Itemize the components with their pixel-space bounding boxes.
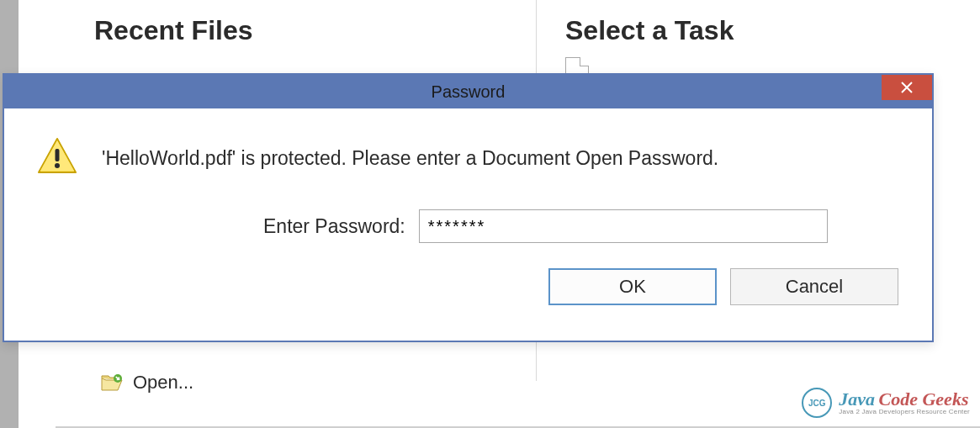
watermark-brand-secondary: Code Geeks xyxy=(879,388,969,410)
watermark: JCG Java Code Geeks Java 2 Java Develope… xyxy=(802,388,970,418)
password-input[interactable] xyxy=(419,209,828,243)
select-task-heading: Select a Task xyxy=(565,15,734,46)
watermark-badge-icon: JCG xyxy=(802,388,832,418)
dialog-title: Password xyxy=(432,82,506,102)
folder-open-icon xyxy=(101,373,123,392)
warning-icon xyxy=(36,137,78,179)
dialog-titlebar[interactable]: Password xyxy=(4,75,932,108)
password-dialog: Password 'HelloWorld.pdf' is protected. … xyxy=(3,73,934,342)
recent-files-heading: Recent Files xyxy=(94,15,253,46)
open-label: Open... xyxy=(133,372,193,394)
close-button[interactable] xyxy=(882,75,932,100)
cancel-button[interactable]: Cancel xyxy=(730,268,898,305)
dialog-message: 'HelloWorld.pdf' is protected. Please en… xyxy=(102,147,718,170)
watermark-brand-primary: Java xyxy=(839,388,875,410)
svg-point-2 xyxy=(55,163,60,168)
watermark-subtitle: Java 2 Java Developers Resource Center xyxy=(839,409,970,415)
password-label: Enter Password: xyxy=(263,215,405,238)
open-file-item[interactable]: Open... xyxy=(101,372,193,394)
close-icon xyxy=(900,81,914,94)
svg-rect-1 xyxy=(56,149,60,161)
ok-button[interactable]: OK xyxy=(548,268,717,305)
